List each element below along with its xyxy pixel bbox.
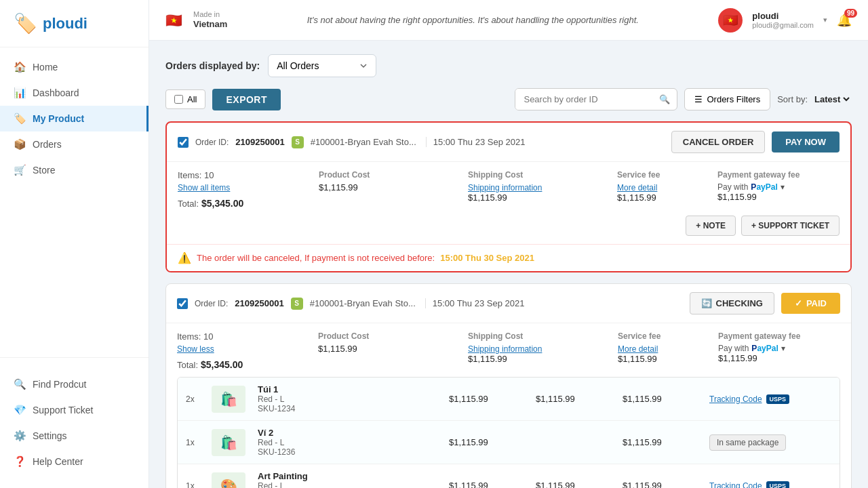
shipping-cost-value: $1,115.99 bbox=[468, 192, 612, 203]
orders-filter-button[interactable]: ☰ Orders Filters bbox=[684, 88, 770, 110]
cancel-order-button[interactable]: CANCEL ORDER bbox=[671, 131, 766, 153]
shipping-cost-col-2: Shipping Cost Shipping information $1,11… bbox=[468, 331, 612, 364]
find-icon: 🔍 bbox=[14, 378, 26, 390]
item-variant: Red - L bbox=[258, 438, 443, 447]
item-qty: 1x bbox=[186, 481, 206, 489]
store-icon: 🛒 bbox=[14, 164, 26, 176]
items-info: Items: 10 Show all items Total: $5,345.0… bbox=[178, 170, 313, 209]
order-body-1: Items: 10 Show all items Total: $5,345.0… bbox=[167, 162, 850, 244]
check-all-checkbox[interactable] bbox=[174, 95, 183, 104]
item-name: Ví 2 bbox=[258, 428, 443, 438]
check-all-label[interactable]: All bbox=[165, 89, 205, 109]
sidebar-item-store[interactable]: 🛒 Store bbox=[0, 157, 149, 183]
tracking-wrap: Tracking Code USPS bbox=[709, 394, 831, 404]
sort-select[interactable]: Latest bbox=[812, 94, 852, 105]
app-header: 🇻🇳 Made in Vietnam It's not about having… bbox=[149, 0, 868, 41]
product-cost-col-2: Product Cost $1,115.99 bbox=[318, 331, 462, 354]
sort-wrap: Sort by: Latest bbox=[777, 94, 852, 105]
shipping-cost-value-2: $1,115.99 bbox=[468, 354, 612, 364]
pay-with-label: Pay with bbox=[717, 182, 748, 192]
tracking-code-link[interactable]: Tracking Code bbox=[709, 394, 762, 404]
alert-time: 15:00 Thu 30 Sep 2021 bbox=[440, 253, 534, 263]
service-fee-label-2: Service fee bbox=[618, 331, 713, 341]
item-qty: 2x bbox=[186, 394, 206, 404]
item-service: $1,115.99 bbox=[623, 394, 704, 404]
item-variant: Red - L bbox=[258, 481, 443, 488]
search-icon: 🔍 bbox=[652, 89, 677, 110]
items-count: Items: 10 bbox=[178, 170, 313, 180]
country-name: Vietnam bbox=[193, 19, 227, 29]
paid-button[interactable]: ✓ PAID bbox=[781, 293, 840, 314]
shipping-cost-label-2: Shipping Cost bbox=[468, 331, 612, 341]
item-price: $1,115.99 bbox=[449, 481, 530, 488]
order-id-value: 2109250001 bbox=[235, 137, 284, 147]
search-input[interactable] bbox=[515, 89, 652, 110]
sidebar-item-label: My Product bbox=[33, 113, 84, 124]
shopify-icon-2: S bbox=[291, 298, 303, 310]
user-dropdown-icon[interactable]: ▾ bbox=[823, 16, 827, 24]
orders-icon: 📦 bbox=[14, 138, 26, 150]
toolbar: All EXPORT 🔍 ☰ Orders Filters Sort by: L… bbox=[165, 88, 852, 110]
total-label-2: Total: bbox=[177, 360, 198, 370]
order-cols-2: Items: 10 Show less Total: $5,345.00 Pro… bbox=[177, 331, 840, 370]
sidebar-item-home[interactable]: 🏠 Home bbox=[0, 54, 149, 80]
notification-bell[interactable]: 🔔 99 bbox=[837, 13, 852, 28]
order-header-1: Order ID: 2109250001 S #100001-Bryan Eva… bbox=[167, 123, 850, 162]
table-row: 1x 🎨 Art Painting Red - L SKU-1236 $1,11… bbox=[178, 464, 840, 488]
item-sku: SKU-1236 bbox=[258, 447, 443, 457]
total-label: Total: bbox=[178, 199, 199, 209]
store-name-2: #100001-Bryan Evah Sto... bbox=[310, 298, 416, 308]
paypal-row: Pay with PayPal ▾ bbox=[717, 182, 840, 192]
table-row: 1x 🛍️ Ví 2 Red - L SKU-1236 $1,115.99 $1… bbox=[178, 421, 840, 464]
sidebar-item-settings[interactable]: ⚙️ Settings bbox=[0, 423, 149, 449]
order-checkbox-2[interactable] bbox=[177, 298, 188, 309]
pay-now-button[interactable]: PAY NOW bbox=[772, 131, 840, 152]
note-button-1[interactable]: + NOTE bbox=[686, 216, 736, 236]
settings-icon: ⚙️ bbox=[14, 430, 26, 442]
gateway-fee-label: Payment gateway fee bbox=[717, 170, 840, 180]
item-shipping: $1,115.99 bbox=[536, 394, 617, 404]
order-checkbox-1[interactable] bbox=[178, 137, 189, 148]
checking-button[interactable]: 🔄 CHECKING bbox=[690, 292, 774, 314]
more-detail-link-2[interactable]: More detail bbox=[618, 344, 658, 354]
shopify-icon: S bbox=[292, 136, 304, 148]
support-icon: 💎 bbox=[14, 404, 26, 416]
main-area: 🇻🇳 Made in Vietnam It's not about having… bbox=[149, 0, 868, 488]
order-alert: ⚠️ The order will be canceled, If paymen… bbox=[167, 244, 850, 271]
item-service: $1,115.99 bbox=[623, 437, 704, 447]
item-image: 🛍️ bbox=[212, 429, 245, 456]
filter-button-label: Orders Filters bbox=[707, 94, 760, 104]
gateway-fee-col-2: Payment gateway fee Pay with PayPal ▾ $1… bbox=[718, 331, 840, 363]
total-value: Total: $5,345.00 bbox=[178, 198, 313, 209]
gateway-fee-value-2: $1,115.99 bbox=[718, 353, 840, 363]
in-same-package-button[interactable]: In same package bbox=[709, 434, 786, 451]
shipping-info-link[interactable]: Shipping information bbox=[468, 183, 542, 192]
service-fee-col: Service fee More detail $1,115.99 bbox=[617, 170, 712, 203]
shipping-info-link-2[interactable]: Shipping information bbox=[468, 344, 542, 354]
product-cost-col: Product Cost $1,115.99 bbox=[319, 170, 462, 192]
order-id-label-2: Order ID: bbox=[195, 299, 228, 308]
sidebar-item-dashboard[interactable]: 📊 Dashboard bbox=[0, 80, 149, 106]
show-less-link[interactable]: Show less bbox=[177, 344, 313, 354]
sidebar-item-find-product[interactable]: 🔍 Find Prodcut bbox=[0, 371, 149, 397]
support-ticket-button-1[interactable]: + SUPPORT TICKET bbox=[741, 216, 840, 236]
order-card-2: Order ID: 2109250001 S #100001-Bryan Eva… bbox=[165, 283, 852, 488]
export-button[interactable]: EXPORT bbox=[212, 89, 281, 110]
order-actions-1: + NOTE + SUPPORT TICKET bbox=[178, 216, 840, 236]
more-detail-link[interactable]: More detail bbox=[617, 183, 657, 192]
gateway-fee-label-2: Payment gateway fee bbox=[718, 331, 840, 341]
show-all-link[interactable]: Show all items bbox=[178, 183, 313, 192]
service-fee-value-2: $1,115.99 bbox=[618, 354, 713, 364]
sidebar-item-support-ticket[interactable]: 💎 Support Ticket bbox=[0, 397, 149, 423]
sidebar-item-orders[interactable]: 📦 Orders bbox=[0, 131, 149, 157]
tracking-code-link-2[interactable]: Tracking Code bbox=[709, 481, 762, 489]
item-image: 🛍️ bbox=[212, 386, 245, 413]
order-time: 15:00 Thu 23 Sep 2021 bbox=[426, 137, 526, 147]
order-id-value-2: 2109250001 bbox=[235, 298, 283, 308]
main-nav: 🏠 Home 📊 Dashboard 🏷️ My Product 📦 Order… bbox=[0, 47, 149, 350]
user-info: ploudi ploudi@gmail.com bbox=[752, 11, 814, 29]
paypal-chevron: ▾ bbox=[781, 182, 785, 192]
sidebar-item-help-center[interactable]: ❓ Help Center bbox=[0, 449, 149, 474]
sidebar-item-my-product[interactable]: 🏷️ My Product bbox=[0, 106, 149, 131]
orders-filter-select[interactable]: All Orders Pending Processing Completed bbox=[268, 54, 376, 77]
